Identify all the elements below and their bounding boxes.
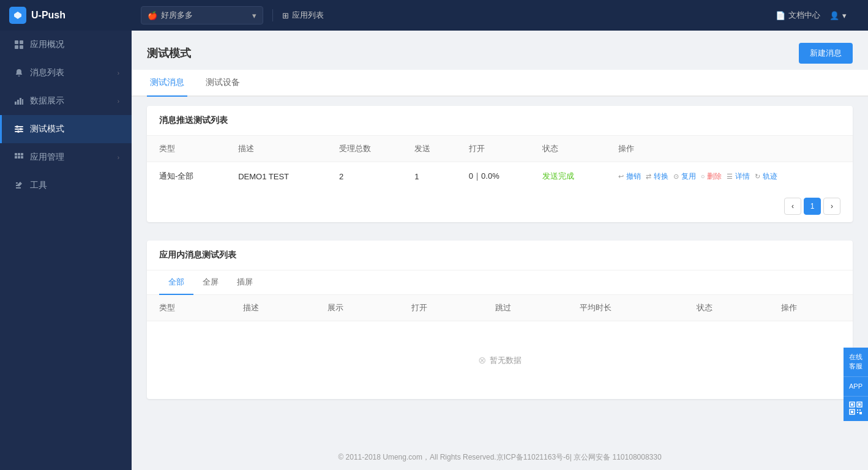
- cell-type: 通知-全部: [147, 162, 226, 191]
- sidebar-item-label: 工具: [30, 180, 119, 191]
- convert-icon: ⇄: [646, 173, 651, 181]
- tools-icon: [14, 181, 24, 190]
- detail-link[interactable]: 详情: [735, 171, 750, 182]
- footer-text: © 2011-2018 Umeng.com，All Rights Reserve…: [338, 453, 661, 461]
- inner-tab-all[interactable]: 全部: [159, 270, 193, 295]
- page-1-btn[interactable]: 1: [804, 198, 821, 215]
- svg-rect-21: [851, 403, 853, 406]
- empty-cell: ⊗ 暂无数据: [147, 321, 853, 400]
- new-message-button[interactable]: 新建消息: [799, 43, 853, 64]
- svg-rect-16: [21, 153, 23, 155]
- cell-status: 发送完成: [530, 162, 605, 191]
- inapp-table-title: 应用内消息测试列表: [147, 241, 853, 270]
- app-list-label: 应用列表: [292, 10, 324, 21]
- cell-opened: 0｜0.0%: [457, 162, 531, 191]
- sidebar-item-label: 数据展示: [30, 95, 111, 106]
- reuse-link[interactable]: 复用: [681, 171, 696, 182]
- svg-rect-23: [858, 403, 861, 406]
- table-header-row: 类型 描述 受理总数 发送 打开 状态 操作: [147, 136, 853, 162]
- revoke-link[interactable]: 撤销: [626, 171, 641, 182]
- sidebar-item-data-display[interactable]: 数据展示 ›: [0, 87, 132, 115]
- sidebar-item-tools[interactable]: 工具: [0, 171, 132, 200]
- top-header: U-Push 🍎 好房多多 ▾ ⊞ 应用列表 📄 文档中心 👤 ▾: [0, 0, 868, 31]
- chevron-right-icon: ›: [118, 154, 119, 161]
- pagination: ‹ 1 ›: [147, 190, 853, 222]
- empty-state: ⊗ 暂无数据: [159, 330, 840, 390]
- col-desc: 描述: [231, 295, 315, 321]
- trace-link[interactable]: 轨迹: [763, 171, 777, 182]
- svg-rect-7: [22, 99, 23, 105]
- app-selector-label: 好房多多: [161, 10, 193, 21]
- inapp-table-wrapper: 类型 描述 展示 打开 跳过 平均时长 状态 操作: [147, 295, 853, 399]
- tab-test-messages[interactable]: 测试消息: [147, 70, 187, 97]
- sidebar-item-test-mode[interactable]: 测试模式: [0, 115, 132, 143]
- chevron-right-icon: ›: [118, 98, 119, 105]
- reuse-icon: ⊙: [673, 173, 679, 181]
- push-table-card: 消息推送测试列表 类型 描述 受理总数 发送 打开 状态 操作: [147, 106, 853, 222]
- page-header: 测试模式 新建消息: [132, 31, 868, 70]
- app-btn[interactable]: APP: [844, 377, 868, 397]
- delete-link[interactable]: 删除: [707, 171, 722, 182]
- nav-divider: [272, 9, 273, 21]
- inapp-table-header-row: 类型 描述 展示 打开 跳过 平均时长 状态 操作: [147, 295, 853, 321]
- convert-link[interactable]: 转换: [654, 171, 668, 182]
- svg-point-11: [20, 128, 22, 130]
- online-service-btn[interactable]: 在线客服: [844, 348, 868, 377]
- col-total: 受理总数: [327, 136, 402, 162]
- sidebar-item-app-overview[interactable]: 应用概况: [0, 31, 132, 59]
- svg-rect-2: [15, 45, 18, 49]
- cell-actions: ↩ 撤销 ⇄ 转换 ⊙ 复用 ○: [606, 162, 853, 191]
- user-chevron: ▾: [842, 11, 847, 20]
- svg-rect-14: [15, 153, 17, 155]
- app-selector[interactable]: 🍎 好房多多 ▾: [141, 6, 263, 24]
- app-list-link[interactable]: ⊞ 应用列表: [282, 10, 324, 21]
- sliders-icon: [14, 124, 24, 134]
- user-area[interactable]: 👤 ▾: [829, 11, 847, 20]
- cell-total: 2: [327, 162, 402, 191]
- doc-icon: 📄: [776, 11, 785, 20]
- col-opened: 打开: [457, 136, 531, 162]
- trace-icon: ↻: [755, 173, 760, 181]
- doc-center-link[interactable]: 📄 文档中心: [776, 10, 820, 21]
- empty-icon: ⊗: [478, 354, 486, 366]
- svg-rect-19: [21, 156, 23, 159]
- apps-icon: [14, 152, 24, 162]
- svg-rect-0: [15, 40, 18, 44]
- next-page-btn[interactable]: ›: [823, 198, 840, 215]
- user-icon: 👤: [829, 11, 839, 20]
- sidebar-item-app-management[interactable]: 应用管理 ›: [0, 143, 132, 171]
- cell-sent: 1: [402, 162, 457, 191]
- grid-icon: [14, 40, 24, 50]
- inapp-table-card: 应用内消息测试列表 全部 全屏 插屏 类型 描述 展示 打开 跳过 平均时长: [147, 241, 853, 399]
- apple-icon: 🍎: [148, 11, 157, 20]
- sidebar-item-label: 消息列表: [30, 67, 111, 78]
- col-status: 状态: [684, 295, 768, 321]
- qr-btn[interactable]: [844, 397, 868, 421]
- chevron-right-icon: ›: [118, 70, 119, 76]
- svg-rect-15: [18, 153, 20, 155]
- col-type: 类型: [147, 136, 226, 162]
- inner-tab-interstitial[interactable]: 插屏: [228, 270, 262, 295]
- col-display: 展示: [315, 295, 399, 321]
- svg-rect-29: [859, 412, 862, 414]
- inner-tab-fullscreen[interactable]: 全屏: [193, 270, 228, 295]
- empty-text: 暂无数据: [490, 355, 522, 366]
- svg-rect-17: [15, 156, 17, 159]
- doc-center-label: 文档中心: [788, 10, 820, 21]
- undo-icon: ↩: [618, 173, 624, 181]
- svg-rect-18: [18, 156, 20, 159]
- main-layout: 应用概况 消息列表 › 数据展示 ›: [0, 31, 868, 470]
- prev-page-btn[interactable]: ‹: [784, 198, 801, 215]
- chevron-down-icon: ▾: [252, 11, 256, 20]
- logo-icon: [9, 7, 26, 24]
- col-status: 状态: [530, 136, 605, 162]
- col-desc: 描述: [226, 136, 327, 162]
- svg-rect-28: [857, 412, 858, 413]
- chart-icon: [14, 96, 24, 106]
- sidebar-item-message-list[interactable]: 消息列表 ›: [0, 59, 132, 87]
- cell-desc: DEMO1 TEST: [226, 162, 327, 191]
- sidebar-item-label: 应用管理: [30, 152, 111, 163]
- svg-rect-1: [20, 40, 23, 44]
- sidebar-item-label: 应用概况: [30, 39, 119, 50]
- tab-test-devices[interactable]: 测试设备: [203, 70, 243, 97]
